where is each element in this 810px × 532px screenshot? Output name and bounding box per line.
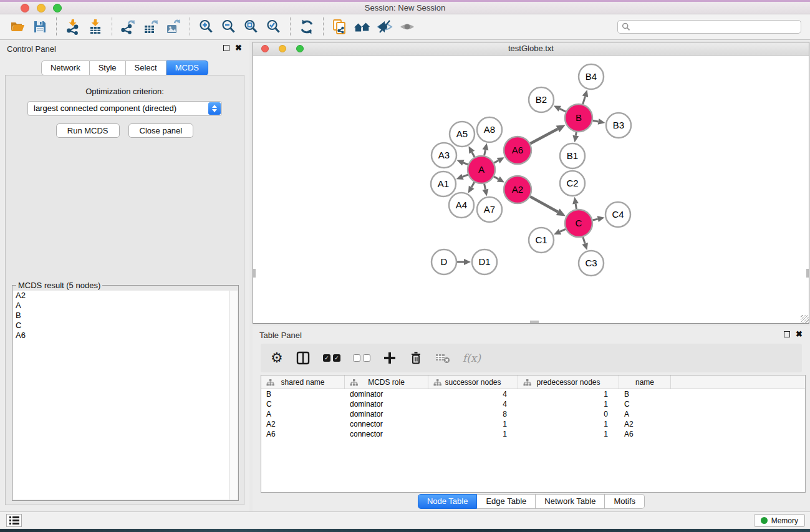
table-row[interactable]: Bdominator41B xyxy=(261,389,805,399)
tab-node-table[interactable]: Node Table xyxy=(418,494,478,509)
table-cell[interactable]: A2 xyxy=(619,419,671,429)
close-panel-button[interactable]: Close panel xyxy=(128,123,194,138)
result-list-item[interactable]: A6 xyxy=(13,331,229,341)
column-header-shared-name[interactable]: shared name xyxy=(261,375,345,389)
deselect-all-icon[interactable] xyxy=(353,354,370,362)
function-builder-icon[interactable]: f(x) xyxy=(463,352,481,364)
table-row[interactable]: A6connector11A6 xyxy=(261,429,805,439)
graph-edge-C-C3[interactable] xyxy=(583,237,585,244)
network-window-titlebar[interactable]: testGlobe.txt xyxy=(253,42,809,56)
table-cell[interactable]: 1 xyxy=(518,389,619,399)
table-row[interactable]: Adominator80A xyxy=(261,409,805,419)
table-cell[interactable]: dominator xyxy=(345,399,428,409)
graph-edge-C-C1[interactable] xyxy=(560,229,566,231)
graph-node-C3[interactable]: C3 xyxy=(579,251,604,276)
graph-edge-A6-B[interactable] xyxy=(530,129,557,143)
graph-edge-C-C4[interactable] xyxy=(592,219,597,220)
float-panel-icon[interactable] xyxy=(223,45,229,51)
graph-node-B1[interactable]: B1 xyxy=(560,143,585,168)
table-cell[interactable]: 8 xyxy=(428,409,518,419)
table-cell[interactable]: connector xyxy=(345,429,428,439)
canvas-hscroll-mark[interactable] xyxy=(530,321,539,323)
table-cell[interactable]: B xyxy=(619,389,671,399)
window-resize-grip[interactable] xyxy=(801,315,809,323)
graph-edge-A-A1[interactable] xyxy=(463,175,468,177)
import-table-icon[interactable] xyxy=(87,18,104,36)
table-cell[interactable]: dominator xyxy=(345,409,428,419)
open-file-icon[interactable] xyxy=(9,18,26,36)
graph-edge-A-A3[interactable] xyxy=(463,163,468,165)
column-header-MCDS-role[interactable]: MCDS role xyxy=(345,375,428,389)
delete-table-icon[interactable] xyxy=(435,352,450,364)
table-cell[interactable]: C xyxy=(619,399,671,409)
graph-edge-A-A8[interactable] xyxy=(485,150,486,155)
graph-node-C[interactable]: C xyxy=(565,210,592,237)
graph-node-D[interactable]: D xyxy=(432,249,456,274)
canvas-vscroll-mark[interactable] xyxy=(253,269,256,278)
export-image-icon[interactable] xyxy=(165,18,182,36)
tab-mcds[interactable]: MCDS xyxy=(166,60,208,75)
graph-node-B4[interactable]: B4 xyxy=(579,64,604,89)
export-table-icon[interactable] xyxy=(142,18,160,36)
close-traffic-light[interactable] xyxy=(21,4,29,12)
table-cell[interactable]: 4 xyxy=(428,389,518,399)
zoom-in-icon[interactable] xyxy=(198,18,215,36)
table-cell[interactable]: 1 xyxy=(428,419,518,429)
task-history-button[interactable] xyxy=(6,514,22,527)
graph-node-D1[interactable]: D1 xyxy=(472,249,497,274)
memory-button[interactable]: Memory xyxy=(754,514,805,527)
table-cell[interactable]: connector xyxy=(345,419,428,429)
result-list-item[interactable]: A2 xyxy=(13,291,229,301)
table-cell[interactable]: 4 xyxy=(428,399,518,409)
tab-style[interactable]: Style xyxy=(90,60,126,75)
tab-select[interactable]: Select xyxy=(126,60,166,75)
graph-edge-A2-C[interactable] xyxy=(530,196,558,212)
graph-node-A5[interactable]: A5 xyxy=(450,122,475,147)
table-row[interactable]: Cdominator41C xyxy=(261,399,805,409)
refresh-icon[interactable] xyxy=(298,18,316,36)
table-cell[interactable]: A2 xyxy=(261,419,345,429)
select-all-icon[interactable]: ✓✓ xyxy=(323,354,340,362)
mcds-result-list[interactable]: A2ABCA6 xyxy=(13,291,229,500)
graph-node-A7[interactable]: A7 xyxy=(477,197,502,222)
graph-node-A3[interactable]: A3 xyxy=(432,143,456,168)
save-session-icon[interactable] xyxy=(31,18,49,36)
table-cell[interactable]: A xyxy=(619,409,671,419)
graph-node-C4[interactable]: C4 xyxy=(605,202,630,227)
table-row[interactable]: A2connector11A2 xyxy=(261,419,805,429)
zoom-traffic-light[interactable] xyxy=(53,4,62,12)
graph-node-B3[interactable]: B3 xyxy=(606,113,631,138)
graph-node-B2[interactable]: B2 xyxy=(529,87,554,112)
graph-edge-B-B1[interactable] xyxy=(576,132,576,136)
graph-node-C1[interactable]: C1 xyxy=(529,228,554,253)
table-cell[interactable]: B xyxy=(261,389,345,399)
network-close-traffic-light[interactable] xyxy=(261,45,269,52)
column-header-successor-nodes[interactable]: successor nodes xyxy=(428,375,518,389)
search-input[interactable] xyxy=(617,20,801,34)
run-mcds-button[interactable]: Run MCDS xyxy=(56,123,120,138)
tab-edge-table[interactable]: Edge Table xyxy=(477,494,536,509)
table-cell[interactable]: 1 xyxy=(518,429,619,439)
table-settings-gear-icon[interactable]: ⚙ xyxy=(271,351,283,365)
network-minimize-traffic-light[interactable] xyxy=(279,45,286,52)
zoom-selected-icon[interactable] xyxy=(265,18,282,36)
table-cell[interactable]: A6 xyxy=(619,429,671,439)
table-cell[interactable]: 1 xyxy=(518,419,619,429)
graph-edge-C-C2[interactable] xyxy=(576,204,576,210)
result-list-item[interactable]: C xyxy=(13,321,229,331)
show-all-icon[interactable] xyxy=(398,18,416,36)
graph-edge-B-B2[interactable] xyxy=(560,109,566,112)
table-cell[interactable]: A6 xyxy=(261,429,345,439)
first-neighbors-icon[interactable] xyxy=(354,18,371,36)
column-header-predecessor-nodes[interactable]: predecessor nodes xyxy=(518,375,619,389)
tab-network[interactable]: Network xyxy=(41,60,90,75)
result-list-item[interactable]: B xyxy=(13,311,229,321)
column-header-name[interactable]: name xyxy=(619,375,671,389)
show-columns-icon[interactable] xyxy=(296,351,311,365)
tab-motifs[interactable]: Motifs xyxy=(605,494,645,509)
table-cell[interactable]: A xyxy=(261,409,345,419)
graph-node-A[interactable]: A xyxy=(468,156,495,183)
graph-node-A6[interactable]: A6 xyxy=(504,137,531,164)
import-network-icon[interactable] xyxy=(64,18,82,36)
minimize-traffic-light[interactable] xyxy=(37,4,46,12)
